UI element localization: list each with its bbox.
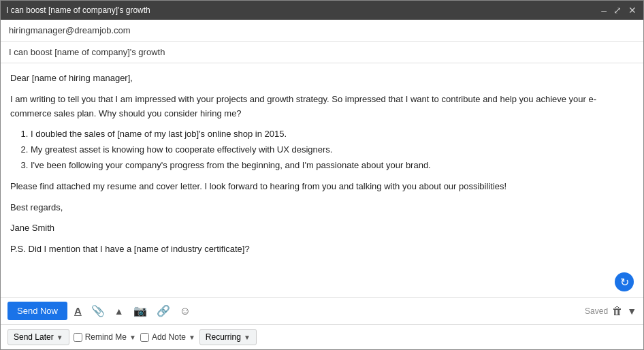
paragraph2: Please find attached my resume and cover… <box>10 180 634 194</box>
window-title: I can boost [name of company]'s growth <box>6 5 150 15</box>
add-note-label: Add Note <box>152 332 186 342</box>
format-text-icon[interactable]: A <box>71 304 84 317</box>
refresh-button[interactable]: ↻ <box>615 272 634 291</box>
remind-me-group: Remind Me ▼ <box>74 332 136 342</box>
list-item: My greatest asset is knowing how to coop… <box>31 143 634 157</box>
paragraph1: I am writing to tell you that I am impre… <box>10 93 634 121</box>
photo-icon[interactable]: 📷 <box>131 304 150 318</box>
send-now-button[interactable]: Send Now <box>7 302 67 320</box>
saved-label: Saved <box>585 306 608 316</box>
sender-name: Jane Smith <box>10 221 634 236</box>
bottom-bar: Send Later ▼ Remind Me ▼ Add Note ▼ Recu… <box>1 324 643 349</box>
close-button[interactable]: ✕ <box>627 5 638 15</box>
remind-me-label: Remind Me <box>85 332 127 342</box>
add-note-checkbox[interactable] <box>140 333 149 342</box>
link-icon[interactable]: 🔗 <box>154 304 173 318</box>
to-field: hiringmanager@dreamjob.com <box>1 20 643 42</box>
send-later-button[interactable]: Send Later ▼ <box>7 329 69 345</box>
restore-button[interactable]: ⤢ <box>612 5 623 15</box>
recurring-label: Recurring <box>206 332 241 342</box>
add-note-dropdown-icon[interactable]: ▼ <box>189 334 195 341</box>
ps-line: P.S. Did I mention that I have a [name o… <box>10 242 634 257</box>
title-bar: I can boost [name of company]'s growth –… <box>1 1 643 20</box>
minimize-button[interactable]: – <box>600 5 608 15</box>
toolbar: Send Now A 📎 ▲ 📷 🔗 ☺ Saved 🗑 ▼ <box>1 297 643 324</box>
list-item: I doubled the sales of [name of my last … <box>31 127 634 142</box>
greeting: Dear [name of hiring manager], <box>10 71 634 86</box>
recurring-dropdown-icon: ▼ <box>244 334 251 341</box>
subject-field: I can boost [name of company]'s growth <box>1 42 643 63</box>
email-body[interactable]: Dear [name of hiring manager], I am writ… <box>1 63 643 297</box>
achievement-list: I doubled the sales of [name of my last … <box>31 127 634 172</box>
to-address: hiringmanager@dreamjob.com <box>9 25 131 35</box>
emoji-icon[interactable]: ☺ <box>177 304 193 318</box>
drive-icon[interactable]: ▲ <box>112 305 127 317</box>
remind-me-dropdown-icon[interactable]: ▼ <box>129 334 136 341</box>
list-item: I've been following your company's progr… <box>31 159 634 173</box>
send-later-dropdown-icon: ▼ <box>57 334 63 341</box>
delete-draft-icon[interactable]: 🗑 <box>612 305 623 317</box>
title-bar-controls: – ⤢ ✕ <box>600 5 638 15</box>
recurring-button[interactable]: Recurring ▼ <box>199 329 257 345</box>
send-later-label: Send Later <box>14 332 54 342</box>
more-options-button[interactable]: ▼ <box>627 306 637 317</box>
add-note-group: Add Note ▼ <box>140 332 195 342</box>
subject-text: I can boost [name of company]'s growth <box>9 47 165 57</box>
attach-file-icon[interactable]: 📎 <box>88 304 108 318</box>
body-wrapper: Dear [name of hiring manager], I am writ… <box>1 63 643 297</box>
sign-off: Best regards, <box>10 201 634 215</box>
remind-me-checkbox[interactable] <box>74 333 82 342</box>
email-window: I can boost [name of company]'s growth –… <box>0 0 644 350</box>
